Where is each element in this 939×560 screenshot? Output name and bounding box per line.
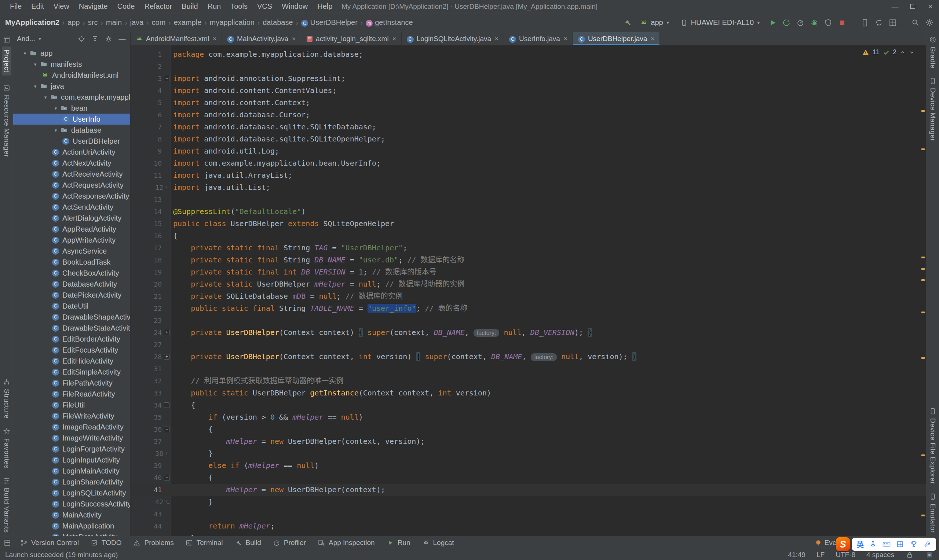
gutter-line-2[interactable]: 2 [131,60,171,72]
line-ending[interactable]: LF [817,551,825,559]
gutter-line-15[interactable]: 15 [131,218,171,230]
tree-item-DatePickerActivity[interactable]: CDatePickerActivity [13,289,130,300]
stripe-tab-structure[interactable]: Structure [2,377,11,419]
tree-item-DrawableStateActivity[interactable]: CDrawableStateActivity [13,323,130,334]
tool-window-button-logcat[interactable]: Logcat [416,536,459,549]
code-text[interactable]: private static final String DB_NAME = "u… [171,254,464,266]
run-icon[interactable] [768,18,777,27]
code-line-33[interactable]: 33 public static UserDBHelper getInstanc… [131,387,926,399]
tab-AndroidManifest.xml[interactable]: AndroidManifest.xml× [131,32,222,45]
profile-icon[interactable] [796,18,805,27]
prev-warning-icon[interactable] [900,49,906,55]
tree-item-app[interactable]: ▾app [13,48,130,58]
code-line-31[interactable]: 31 [131,363,926,375]
code-line-3[interactable]: 3−import android.annotation.SuppressLint… [131,72,926,85]
project-view-selector[interactable]: And... ▼ [17,35,42,43]
tree-item-ActNextActivity[interactable]: CActNextActivity [13,158,130,169]
menu-refactor[interactable]: Refactor [139,0,177,13]
code-text[interactable]: import android.database.sqlite.SQLiteDat… [171,121,376,133]
tool-window-switcher-icon[interactable] [3,538,12,547]
warning-mark-icon[interactable] [921,312,925,313]
tree-item-ActReceiveActivity[interactable]: CActReceiveActivity [13,169,130,180]
breadcrumb-getInstance[interactable]: mgetInstance [366,18,413,27]
code-line-36[interactable]: 36− { [131,423,926,435]
fold-marker-icon[interactable]: − [164,475,170,480]
fold-marker-icon[interactable]: + [164,354,170,360]
fold-marker-icon[interactable] [167,452,170,455]
tree-item-ActSendActivity[interactable]: CActSendActivity [13,202,130,212]
tool-window-button-app-inspection[interactable]: App Inspection [311,536,380,549]
gutter-line-40[interactable]: 40− [131,472,171,484]
tree-item-DateUtil[interactable]: CDateUtil [13,300,130,312]
breadcrumb-UserDBHelper[interactable]: CUserDBHelper [301,18,358,27]
gutter-line-11[interactable]: 11 [131,169,171,182]
tree-item-BookLoadTask[interactable]: CBookLoadTask [13,257,130,268]
tree-item-AsyncService[interactable]: CAsyncService [13,246,130,257]
tree-item-ActResponseActivity[interactable]: CActResponseActivity [13,191,130,202]
gutter-line-31[interactable]: 31 [131,363,171,375]
breadcrumb-app[interactable]: app [68,18,80,27]
code-line-28[interactable]: 28+ private UserDBHelper(Context context… [131,351,926,363]
gutter-line-33[interactable]: 33 [131,387,171,399]
code-text[interactable]: import java.util.ArrayList; [171,169,292,182]
tree-item-LoginForgetActivity[interactable]: CLoginForgetActivity [13,443,130,454]
code-text[interactable]: } [171,532,195,536]
tool-window-button-build[interactable]: Build [228,536,267,549]
menu-vcs[interactable]: VCS [252,0,277,13]
code-line-24[interactable]: 24+ private UserDBHelper(Context context… [131,326,926,338]
tree-item-FileReadActivity[interactable]: CFileReadActivity [13,388,130,400]
code-line-8[interactable]: 8import android.database.sqlite.SQLiteOp… [131,133,926,145]
tree-item-LoginInputActivity[interactable]: CLoginInputActivity [13,454,130,465]
gutter-line-9[interactable]: 9 [131,145,171,157]
gutter-line-35[interactable]: 35 [131,411,171,423]
code-text[interactable]: { [171,472,213,484]
gutter-line-5[interactable]: 5 [131,97,171,109]
breadcrumb-database[interactable]: database [263,18,293,27]
tab-activity_login_sqlite.xml[interactable]: activity_login_sqlite.xml× [301,32,401,45]
tree-item-LoginSuccessActivity[interactable]: CLoginSuccessActivity [13,498,130,509]
code-text[interactable]: import java.util.List; [171,182,270,194]
panel-settings-gear-icon[interactable] [104,34,113,43]
tool-window-button-problems[interactable]: Problems [127,536,179,549]
warning-mark-icon[interactable] [921,110,925,112]
code-text[interactable]: private static UserDBHelper mHelper = nu… [171,278,464,290]
ime-keyboard-icon[interactable] [882,540,891,549]
breadcrumb-MyApplication2[interactable]: MyApplication2 [5,18,59,27]
tree-item-FilePathActivity[interactable]: CFilePathActivity [13,377,130,388]
stripe-tab-gradle[interactable]: GGradle [928,35,937,69]
tree-item-FileUtil[interactable]: CFileUtil [13,400,130,411]
coverage-icon[interactable] [824,18,833,27]
stripe-tab-resource-manager[interactable]: Resource Manager [2,83,11,157]
code-line-40[interactable]: 40− { [131,472,926,484]
code-text[interactable]: private SQLiteDatabase mDB = null; // 数据… [171,290,403,302]
gutter-line-7[interactable]: 7 [131,121,171,133]
code-text[interactable]: import com.example.myapplication.bean.Us… [171,157,381,169]
menu-window[interactable]: Window [277,0,313,13]
gutter-line-3[interactable]: 3− [131,72,171,85]
close-tab-icon[interactable]: × [392,35,396,43]
stripe-tab-project[interactable]: Project [2,35,11,75]
chevron-expanded-icon[interactable]: ▾ [51,106,60,111]
gutter-line-12[interactable]: 12 [131,182,171,194]
code-line-45[interactable]: 45 } [131,532,926,536]
tab-UserDBHelper.java[interactable]: CUserDBHelper.java× [573,32,660,45]
gutter-line-10[interactable]: 10 [131,157,171,169]
code-line-42[interactable]: 42 } [131,496,926,508]
gutter-line-20[interactable]: 20 [131,278,171,290]
gutter-line-23[interactable]: 23 [131,314,171,326]
code-text[interactable]: import android.content.ContentValues; [171,85,337,97]
tree-item-MainActivity[interactable]: CMainActivity [13,509,130,520]
search-icon[interactable] [911,18,920,27]
code-line-22[interactable]: 22 public static final String TABLE_NAME… [131,302,926,314]
code-text[interactable]: { [171,399,195,411]
code-text[interactable]: { [171,423,213,435]
inspection-widget[interactable]: 11 2 [862,48,915,56]
ime-trophy-icon[interactable] [909,540,918,549]
tab-UserInfo.java[interactable]: CUserInfo.java× [504,32,573,45]
tool-window-button-version-control[interactable]: Version Control [14,536,84,549]
menu-code[interactable]: Code [113,0,140,13]
debug-icon[interactable] [810,18,819,27]
device-dropdown[interactable]: HUAWEI EDI-AL10▼ [677,18,763,28]
gutter-line-13[interactable]: 13 [131,194,171,206]
ime-grid-icon[interactable] [896,540,905,549]
